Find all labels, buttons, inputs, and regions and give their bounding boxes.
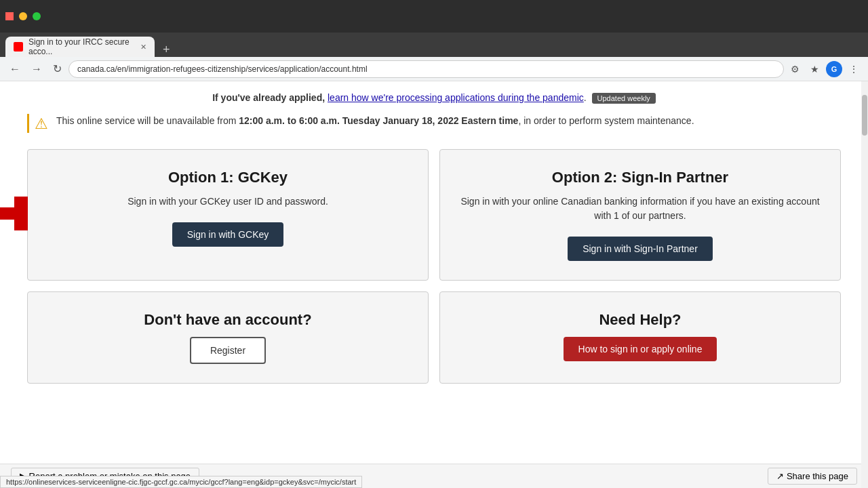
active-tab[interactable]: Sign in to your IRCC secure acco... ✕	[5, 37, 155, 57]
back-button[interactable]: ←	[5, 60, 24, 78]
option1-description: Sign in with your GCKey user ID and pass…	[44, 195, 412, 209]
notification-text: If you've already applied,	[212, 92, 325, 103]
window-close[interactable]	[5, 12, 14, 20]
status-url: https://onlineservices-serviceenligne-ci…	[6, 478, 356, 486]
svg-marker-2	[14, 203, 28, 224]
notification-link[interactable]: learn how we're processing applications …	[328, 92, 584, 103]
extensions-button[interactable]: ⚙	[787, 61, 804, 77]
forward-button[interactable]: →	[27, 60, 46, 78]
share-page-button[interactable]: ↗ Share this page	[768, 468, 857, 485]
register-button[interactable]: Register	[190, 337, 266, 364]
option1-card: Option 1: GCKey Sign in with your GCKey …	[27, 149, 429, 281]
updated-badge: Updated weekly	[592, 93, 656, 104]
menu-button[interactable]: ⋮	[845, 61, 863, 77]
warning-icon: ⚠	[35, 115, 48, 133]
gckey-signin-button[interactable]: Sign in with GCKey	[172, 222, 284, 247]
navigation-bar: ← → ↻ canada.ca/en/immigration-refugees-…	[0, 57, 868, 81]
cards-grid: Option 1: GCKey Sign in with your GCKey …	[27, 149, 841, 384]
warning-text: This online service will be unavailable …	[56, 114, 694, 128]
window-maximize[interactable]	[33, 12, 41, 20]
new-tab-button[interactable]: +	[157, 43, 176, 57]
no-account-card: Don't have an account? Register	[27, 291, 429, 384]
browser-chrome	[0, 0, 868, 33]
scrollbar-thumb[interactable]	[862, 95, 867, 136]
scrollbar[interactable]	[861, 81, 868, 488]
bookmark-button[interactable]: ★	[806, 61, 823, 77]
option1-title: Option 1: GCKey	[44, 169, 412, 186]
option2-card: Option 2: Sign-In Partner Sign in with y…	[439, 149, 841, 281]
window-minimize[interactable]	[19, 12, 27, 20]
arrow-annotation	[0, 197, 28, 233]
tab-bar: Sign in to your IRCC secure acco... ✕ +	[0, 33, 868, 57]
url-text: canada.ca/en/immigration-refugees-citize…	[77, 64, 368, 74]
option2-title: Option 2: Sign-In Partner	[456, 169, 824, 186]
address-bar[interactable]: canada.ca/en/immigration-refugees-citize…	[68, 60, 784, 78]
arrow-svg	[0, 197, 28, 230]
page-content: If you've already applied, learn how we'…	[0, 81, 868, 488]
tab-close-button[interactable]: ✕	[140, 43, 146, 52]
warning-box: ⚠ This online service will be unavailabl…	[27, 114, 841, 133]
need-help-card: Need Help? How to sign in or apply onlin…	[439, 291, 841, 384]
tab-favicon	[14, 42, 23, 52]
tab-title: Sign in to your IRCC secure acco...	[28, 37, 135, 56]
need-help-title: Need Help?	[456, 311, 824, 329]
status-bar: https://onlineservices-serviceenligne-ci…	[0, 476, 362, 488]
no-account-title: Don't have an account?	[44, 311, 412, 329]
refresh-button[interactable]: ↻	[49, 60, 66, 78]
notification-banner: If you've already applied, learn how we'…	[27, 92, 841, 103]
nav-actions: ⚙ ★ G ⋮	[787, 61, 863, 77]
option2-description: Sign in with your online Canadian bankin…	[456, 195, 824, 223]
signin-partner-button[interactable]: Sign in with Sign-In Partner	[568, 237, 713, 261]
how-to-signin-button[interactable]: How to sign in or apply online	[564, 337, 717, 361]
profile-avatar[interactable]: G	[826, 61, 842, 77]
